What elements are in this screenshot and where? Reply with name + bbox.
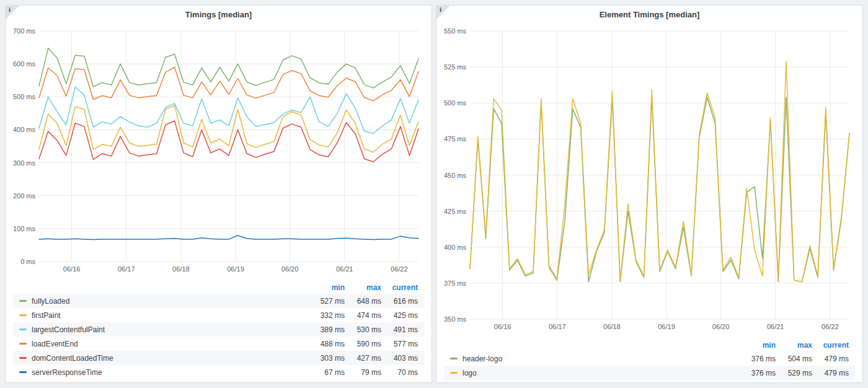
series-color-dash[interactable] <box>19 371 27 373</box>
legend-series-name[interactable]: logo <box>463 369 477 377</box>
legend-column-max[interactable]: max <box>776 341 812 350</box>
series-color-dash[interactable] <box>19 357 27 359</box>
legend-series-name[interactable]: serverResponseTime <box>32 368 102 377</box>
legend-series-name[interactable]: loadEventEnd <box>32 340 78 348</box>
timings-legend: minmaxcurrentfullyLoaded527 ms648 ms616 … <box>6 278 432 379</box>
legend-max-value: 474 ms <box>345 311 381 320</box>
legend-series-name[interactable]: fullyLoaded <box>32 297 69 306</box>
legend-current-value: 479 ms <box>812 369 849 377</box>
element-timings-legend: minmaxcurrentheader-logo376 ms504 ms479 … <box>436 335 862 380</box>
series-color-dash[interactable] <box>19 328 27 330</box>
panel-element-timings: i Element Timings [median] 550 ms525 ms5… <box>436 5 863 383</box>
legend-current-value: 577 ms <box>381 340 418 348</box>
series-color-dash[interactable] <box>450 372 458 374</box>
legend-max-value: 590 ms <box>345 340 381 348</box>
panel-timings: i Timings [median] 700 ms600 ms500 ms400… <box>5 5 432 383</box>
series-line-fullyLoaded <box>39 48 418 88</box>
legend-header-row: minmaxcurrent <box>13 281 424 294</box>
legend-series-name[interactable]: header-logo <box>463 355 502 363</box>
legend-current-value: 425 ms <box>381 311 418 320</box>
panel-info-icon[interactable]: i <box>436 6 450 19</box>
legend-min-value: 527 ms <box>308 297 345 306</box>
legend-column-current[interactable]: current <box>812 341 849 350</box>
timings-chart-plot[interactable]: 700 ms600 ms500 ms400 ms300 ms200 ms100 … <box>6 22 432 278</box>
series-line-serverResponseTime <box>39 236 418 239</box>
series-line-loadEventEnd <box>39 68 418 101</box>
chart-canvas[interactable] <box>6 22 432 278</box>
legend-min-value: 389 ms <box>308 325 345 334</box>
legend-current-value: 479 ms <box>812 355 849 363</box>
legend-column-current[interactable]: current <box>381 283 418 292</box>
legend-max-value: 529 ms <box>776 369 812 377</box>
element-timings-chart-plot[interactable]: 550 ms525 ms500 ms475 ms450 ms425 ms400 … <box>436 22 862 335</box>
legend-row: loadEventEnd488 ms590 ms577 ms <box>13 337 424 351</box>
legend-min-value: 488 ms <box>308 340 345 348</box>
legend-max-value: 427 ms <box>345 354 381 363</box>
legend-series-name[interactable]: firstPaint <box>32 311 61 320</box>
series-line-header-logo <box>470 97 849 282</box>
legend-current-value: 403 ms <box>381 354 418 363</box>
legend-row: header-logo376 ms504 ms479 ms <box>444 351 855 366</box>
legend-current-value: 70 ms <box>381 368 418 377</box>
legend-max-value: 79 ms <box>345 368 381 377</box>
legend-series-name[interactable]: domContentLoadedTime <box>32 354 113 363</box>
legend-current-value: 491 ms <box>381 325 418 334</box>
legend-max-value: 648 ms <box>345 297 381 306</box>
legend-min-value: 376 ms <box>739 355 776 363</box>
dashboard: i Timings [median] 700 ms600 ms500 ms400… <box>0 0 868 388</box>
panel-info-icon[interactable]: i <box>6 6 19 19</box>
legend-row: largestContentfulPaint389 ms530 ms491 ms <box>13 322 424 337</box>
legend-min-value: 376 ms <box>739 369 776 377</box>
legend-current-value: 616 ms <box>381 297 418 306</box>
legend-row: fullyLoaded527 ms648 ms616 ms <box>13 294 424 308</box>
legend-row: logo376 ms529 ms479 ms <box>444 366 855 380</box>
legend-column-min[interactable]: min <box>308 283 345 292</box>
legend-row: domContentLoadedTime303 ms427 ms403 ms <box>13 351 424 365</box>
series-color-dash[interactable] <box>450 358 458 359</box>
series-color-dash[interactable] <box>19 300 27 302</box>
legend-header-row: minmaxcurrent <box>444 339 855 351</box>
series-color-dash[interactable] <box>19 314 27 316</box>
info-icon-glyph: i <box>9 6 11 13</box>
legend-min-value: 67 ms <box>308 368 345 377</box>
chart-canvas[interactable] <box>436 22 862 335</box>
panel-title[interactable]: Element Timings [median] <box>436 6 862 22</box>
legend-series-name[interactable]: largestContentfulPaint <box>32 325 105 334</box>
legend-max-value: 504 ms <box>776 355 812 363</box>
series-color-dash[interactable] <box>19 343 27 345</box>
panel-title[interactable]: Timings [median] <box>6 6 432 22</box>
legend-max-value: 530 ms <box>345 325 381 334</box>
legend-row: serverResponseTime67 ms79 ms70 ms <box>13 365 424 379</box>
series-line-firstPaint <box>39 105 418 152</box>
legend-column-min[interactable]: min <box>739 341 776 350</box>
legend-column-max[interactable]: max <box>345 283 381 292</box>
legend-min-value: 303 ms <box>308 354 345 363</box>
legend-min-value: 332 ms <box>308 311 345 320</box>
info-icon-glyph: i <box>440 6 441 13</box>
legend-row: firstPaint332 ms474 ms425 ms <box>13 308 424 322</box>
